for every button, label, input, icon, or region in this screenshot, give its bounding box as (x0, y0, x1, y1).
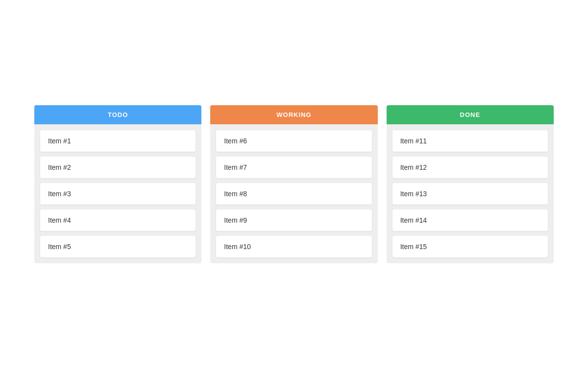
card-item-15[interactable]: Item #15 (392, 236, 548, 257)
card-item-1[interactable]: Item #1 (40, 130, 196, 152)
card-item-5[interactable]: Item #5 (40, 236, 196, 257)
column-body-working: Item #6Item #7Item #8Item #9Item #10 (210, 124, 377, 263)
card-item-12[interactable]: Item #12 (392, 157, 548, 178)
column-body-todo: Item #1Item #2Item #3Item #4Item #5 (34, 124, 201, 263)
card-item-10[interactable]: Item #10 (216, 236, 371, 257)
kanban-board: TODOItem #1Item #2Item #3Item #4Item #5W… (24, 95, 564, 273)
column-todo: TODOItem #1Item #2Item #3Item #4Item #5 (34, 105, 201, 263)
card-item-3[interactable]: Item #3 (40, 183, 196, 205)
column-header-done: DONE (387, 105, 554, 124)
card-item-4[interactable]: Item #4 (40, 209, 196, 231)
column-header-working: WORKING (210, 105, 377, 124)
card-item-7[interactable]: Item #7 (216, 157, 371, 178)
column-working: WORKINGItem #6Item #7Item #8Item #9Item … (210, 105, 377, 263)
column-header-todo: TODO (34, 105, 201, 124)
card-item-11[interactable]: Item #11 (392, 130, 548, 152)
card-item-2[interactable]: Item #2 (40, 157, 196, 178)
card-item-13[interactable]: Item #13 (392, 183, 548, 205)
column-done: DONEItem #11Item #12Item #13Item #14Item… (387, 105, 554, 263)
column-body-done: Item #11Item #12Item #13Item #14Item #15 (387, 124, 554, 263)
card-item-6[interactable]: Item #6 (216, 130, 371, 152)
card-item-14[interactable]: Item #14 (392, 209, 548, 231)
card-item-8[interactable]: Item #8 (216, 183, 371, 205)
card-item-9[interactable]: Item #9 (216, 209, 371, 231)
